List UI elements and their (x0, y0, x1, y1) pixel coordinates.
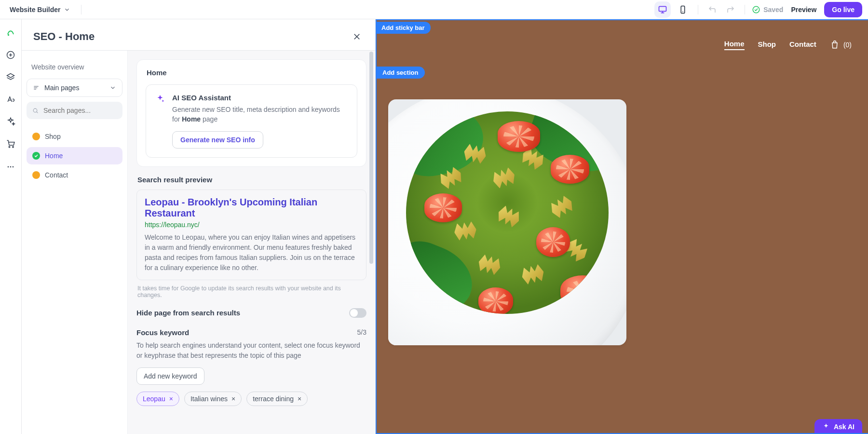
hero-image (388, 99, 626, 345)
serp-hint-text: It takes time for Google to update its s… (136, 285, 366, 298)
brand-selector[interactable]: Website Builder (6, 4, 74, 15)
preview-button[interactable]: Preview (787, 3, 820, 16)
remove-keyword-icon[interactable]: × (231, 395, 235, 403)
rail-add-button[interactable] (4, 48, 17, 62)
desktop-icon (658, 5, 667, 14)
focus-keyword-description: To help search engines understand your c… (136, 340, 366, 361)
svg-point-12 (9, 146, 10, 148)
desktop-view-button[interactable] (654, 1, 671, 18)
serp-description: Welcome to Leopau, where you can enjoy I… (145, 232, 358, 273)
serp-preview-card: Leopau - Brooklyn's Upcoming Italian Res… (136, 190, 366, 280)
status-dot-icon (32, 171, 40, 179)
divider (745, 5, 745, 14)
serp-section-title: Search result preview (137, 176, 366, 184)
ask-ai-button[interactable]: Ask AI (814, 419, 862, 433)
rail-cart-button[interactable] (4, 137, 17, 150)
keyword-chip[interactable]: Leopau × (136, 392, 179, 406)
scrollbar-thumb[interactable] (369, 52, 373, 264)
seo-content: Home AI SEO Assistant Generate new SEO t… (128, 51, 375, 434)
keyword-count: 5/3 (357, 328, 366, 336)
svg-line-23 (37, 111, 38, 113)
serp-title: Leopau - Brooklyn's Upcoming Italian Res… (145, 197, 358, 219)
nav-contact-link[interactable]: Contact (789, 40, 816, 50)
topbar: Website Builder Saved Preview Go live (0, 0, 868, 19)
sidebar-item-label: Home (45, 152, 63, 160)
undo-button[interactable] (705, 2, 719, 17)
rail-layers-button[interactable] (4, 70, 17, 84)
keyword-label: Italian wines (190, 395, 228, 403)
svg-point-5 (753, 6, 760, 13)
plus-circle-icon (6, 50, 15, 60)
search-pages-input-wrapper[interactable] (27, 102, 122, 119)
focus-keyword-label: Focus keyword (136, 328, 189, 337)
layers-icon (6, 72, 15, 82)
website-canvas[interactable]: Add sticky bar Add section Home Shop Con… (376, 19, 868, 434)
svg-rect-0 (659, 6, 666, 11)
redo-icon (726, 5, 735, 14)
rail-more-button[interactable] (4, 160, 17, 174)
sidebar-item-shop[interactable]: Shop (27, 128, 122, 145)
rail-logo-icon[interactable] (4, 26, 17, 40)
main-pages-dropdown[interactable]: Main pages (27, 79, 122, 97)
website-overview-link[interactable]: Website overview (27, 59, 122, 79)
mobile-icon (678, 5, 687, 14)
chevron-down-icon (109, 84, 116, 91)
page-name-heading: Home (146, 68, 357, 77)
type-icon (6, 95, 15, 104)
add-section-button[interactable]: Add section (376, 67, 425, 79)
redo-button[interactable] (723, 2, 738, 17)
keyword-chip[interactable]: terrace dining × (246, 392, 308, 406)
svg-point-13 (13, 146, 14, 148)
remove-keyword-icon[interactable]: × (169, 395, 173, 403)
svg-point-16 (13, 166, 14, 168)
nav-shop-link[interactable]: Shop (758, 40, 776, 50)
shopping-bag-icon (830, 40, 840, 50)
keyword-chip[interactable]: Italian wines × (184, 392, 242, 406)
go-live-button[interactable]: Go live (824, 2, 862, 17)
nav-cart-button[interactable]: (0) (830, 40, 852, 50)
search-pages-input[interactable] (43, 107, 117, 114)
ai-seo-card: AI SEO Assistant Generate new SEO title,… (146, 84, 357, 158)
generate-seo-button[interactable]: Generate new SEO info (172, 131, 263, 149)
svg-point-6 (8, 35, 9, 36)
remove-keyword-icon[interactable]: × (298, 395, 301, 403)
sidebar-item-contact[interactable]: Contact (27, 166, 122, 184)
site-navigation: Home Shop Contact (0) (724, 40, 852, 50)
mobile-view-button[interactable] (675, 1, 691, 18)
sidebar-item-home[interactable]: Home (27, 147, 122, 164)
scrollbar[interactable] (369, 51, 373, 434)
keyword-label: terrace dining (253, 395, 294, 403)
keyword-label: Leopau (143, 395, 165, 403)
sparkle-icon (155, 94, 165, 104)
add-keyword-button[interactable]: Add new keyword (136, 367, 204, 385)
svg-point-15 (10, 166, 12, 168)
status-dot-icon (32, 152, 40, 160)
panel-title: SEO - Home (33, 30, 95, 43)
hide-page-label: Hide page from search results (136, 309, 240, 317)
sparkle-icon (822, 423, 830, 431)
saved-status: Saved (752, 5, 783, 14)
ask-ai-label: Ask AI (834, 423, 854, 431)
add-sticky-bar-button[interactable]: Add sticky bar (376, 22, 431, 34)
close-icon (353, 32, 361, 41)
list-icon (33, 84, 40, 91)
divider (81, 5, 81, 14)
close-button[interactable] (350, 30, 364, 43)
search-icon (32, 107, 39, 114)
divider (698, 5, 698, 14)
brand-label: Website Builder (10, 6, 61, 14)
rail-text-button[interactable] (4, 93, 17, 106)
cart-icon (6, 139, 15, 149)
check-circle-icon (752, 5, 760, 14)
nav-home-link[interactable]: Home (724, 40, 745, 50)
left-rail (0, 19, 22, 434)
dots-icon (6, 162, 15, 172)
svg-point-14 (8, 166, 9, 168)
keyword-chips: Leopau × Italian wines × terrace dining … (136, 392, 366, 406)
hide-page-toggle[interactable] (349, 308, 366, 318)
rail-ai-button[interactable] (4, 115, 17, 128)
svg-point-22 (33, 108, 37, 112)
page-sidebar: Website overview Main pages Shop (22, 51, 128, 434)
serp-url: https://leopau.nyc/ (145, 221, 358, 229)
undo-icon (708, 5, 717, 14)
